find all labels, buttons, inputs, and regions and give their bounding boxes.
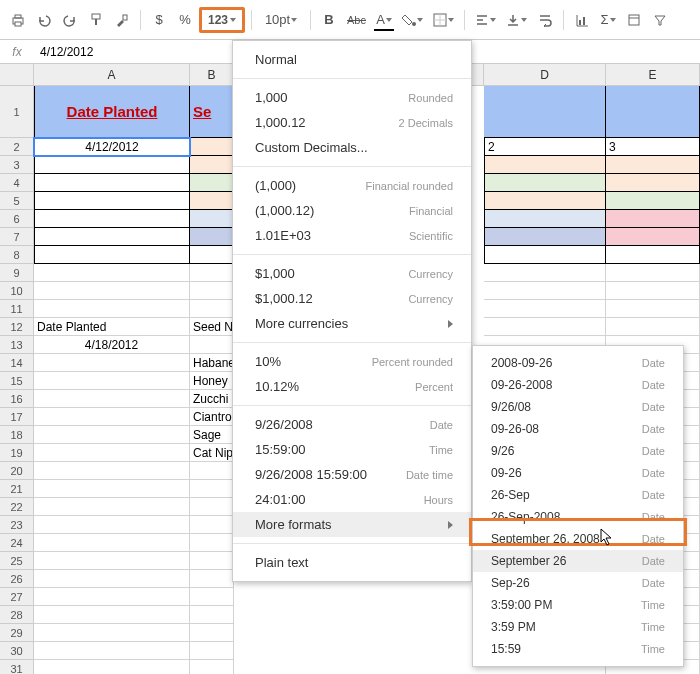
cell-e2[interactable]: 3 xyxy=(606,138,700,156)
submenu-item[interactable]: 9/26 Date xyxy=(473,440,683,462)
menu-item[interactable]: 10%Percent rounded xyxy=(233,349,471,374)
row-header[interactable]: 14 xyxy=(0,354,34,372)
row-header[interactable]: 15 xyxy=(0,372,34,390)
row-header[interactable]: 22 xyxy=(0,498,34,516)
cell[interactable] xyxy=(34,174,190,192)
submenu-item[interactable]: 09-26-2008 Date xyxy=(473,374,683,396)
font-size-select[interactable]: 10pt xyxy=(258,7,304,33)
submenu-item[interactable]: Sep-26 Date xyxy=(473,572,683,594)
cell[interactable] xyxy=(484,210,606,228)
row-header[interactable]: 18 xyxy=(0,426,34,444)
col-header-a[interactable]: A xyxy=(34,64,190,86)
cell-a13[interactable]: 4/18/2012 xyxy=(34,336,190,354)
row-header[interactable]: 28 xyxy=(0,606,34,624)
row-header[interactable]: 20 xyxy=(0,462,34,480)
cell[interactable] xyxy=(606,192,700,210)
row-header[interactable]: 21 xyxy=(0,480,34,498)
currency-button[interactable]: $ xyxy=(147,7,171,33)
cell[interactable] xyxy=(34,156,190,174)
cell[interactable] xyxy=(606,210,700,228)
cell-b1[interactable]: Se xyxy=(190,86,234,138)
submenu-item[interactable]: 09-26-08 Date xyxy=(473,418,683,440)
cell-seed[interactable]: Ciantro xyxy=(190,408,234,426)
row-header[interactable]: 9 xyxy=(0,264,34,282)
row-header[interactable]: 6 xyxy=(0,210,34,228)
row-header[interactable]: 12 xyxy=(0,318,34,336)
menu-item[interactable]: Normal xyxy=(233,47,471,72)
menu-item[interactable]: (1,000)Financial rounded xyxy=(233,173,471,198)
submenu-item[interactable]: 26-Sep Date xyxy=(473,484,683,506)
cell-b12[interactable]: Seed N xyxy=(190,318,234,336)
cell[interactable] xyxy=(34,210,190,228)
menu-item[interactable]: More formats xyxy=(233,512,471,537)
row-header[interactable]: 4 xyxy=(0,174,34,192)
menu-item[interactable]: 1,000Rounded xyxy=(233,85,471,110)
format-painter-icon[interactable] xyxy=(110,7,134,33)
cell-seed[interactable]: Sage xyxy=(190,426,234,444)
menu-item[interactable]: 9/26/2008Date xyxy=(233,412,471,437)
row-header[interactable]: 10 xyxy=(0,282,34,300)
print-icon[interactable] xyxy=(6,7,30,33)
row-header[interactable]: 24 xyxy=(0,534,34,552)
row-header[interactable]: 31 xyxy=(0,660,34,674)
cell[interactable] xyxy=(34,246,190,264)
wrap-text-button[interactable] xyxy=(533,7,557,33)
menu-item[interactable]: Custom Decimals... xyxy=(233,135,471,160)
cell[interactable] xyxy=(484,228,606,246)
select-all-corner[interactable] xyxy=(0,64,34,86)
redo-icon[interactable] xyxy=(58,7,82,33)
row-header[interactable]: 30 xyxy=(0,642,34,660)
row-header[interactable]: 25 xyxy=(0,552,34,570)
row-header[interactable]: 1 xyxy=(0,86,34,138)
cell[interactable] xyxy=(606,228,700,246)
submenu-item[interactable]: 3:59 PM Time xyxy=(473,616,683,638)
cell-seed[interactable]: Zucchi xyxy=(190,390,234,408)
cell[interactable] xyxy=(606,156,700,174)
row-header[interactable]: 7 xyxy=(0,228,34,246)
cell[interactable] xyxy=(606,174,700,192)
row-header[interactable]: 3 xyxy=(0,156,34,174)
cell[interactable] xyxy=(190,156,234,174)
cell[interactable] xyxy=(190,246,234,264)
cell[interactable] xyxy=(34,192,190,210)
col-header-d[interactable]: D xyxy=(484,64,606,86)
cell-d1[interactable] xyxy=(484,86,606,138)
submenu-item[interactable]: September 26 Date xyxy=(473,550,683,572)
row-header[interactable]: 16 xyxy=(0,390,34,408)
row-header[interactable]: 11 xyxy=(0,300,34,318)
cell-a2-active[interactable]: 4/12/2012 xyxy=(34,138,190,156)
submenu-item[interactable]: September 26, 2008 Date xyxy=(473,528,683,550)
filter-icon[interactable] xyxy=(648,7,672,33)
text-color-button[interactable]: A xyxy=(372,7,396,33)
menu-item[interactable]: 1.01E+03Scientific xyxy=(233,223,471,248)
strike-button[interactable]: Abc xyxy=(343,7,370,33)
menu-item[interactable]: 24:01:00Hours xyxy=(233,487,471,512)
filter-views-icon[interactable] xyxy=(622,7,646,33)
submenu-item[interactable]: 9/26/08 Date xyxy=(473,396,683,418)
submenu-item[interactable]: 2008-09-26 Date xyxy=(473,352,683,374)
cell-a1[interactable]: Date Planted xyxy=(34,86,190,138)
cell[interactable] xyxy=(484,156,606,174)
cell[interactable] xyxy=(484,192,606,210)
cell-seed[interactable]: Cat Nip xyxy=(190,444,234,462)
v-align-button[interactable] xyxy=(502,7,531,33)
submenu-item[interactable]: 15:59 Time xyxy=(473,638,683,660)
menu-item[interactable]: 1,000.122 Decimals xyxy=(233,110,471,135)
row-header[interactable]: 19 xyxy=(0,444,34,462)
menu-item[interactable]: $1,000.12Currency xyxy=(233,286,471,311)
submenu-item[interactable]: 09-26 Date xyxy=(473,462,683,484)
cell-e1[interactable] xyxy=(606,86,700,138)
insert-chart-icon[interactable] xyxy=(570,7,594,33)
menu-item[interactable]: Plain text xyxy=(233,550,471,575)
cell-b2[interactable] xyxy=(190,138,234,156)
row-header[interactable]: 29 xyxy=(0,624,34,642)
row-header[interactable]: 26 xyxy=(0,570,34,588)
submenu-item[interactable]: 26-Sep-2008 Date xyxy=(473,506,683,528)
menu-item[interactable]: 9/26/2008 15:59:00Date time xyxy=(233,462,471,487)
col-header-e[interactable]: E xyxy=(606,64,700,86)
functions-button[interactable]: Σ xyxy=(596,7,620,33)
cell-seed[interactable]: Honey xyxy=(190,372,234,390)
h-align-button[interactable] xyxy=(471,7,500,33)
cell-d2[interactable]: 2 xyxy=(484,138,606,156)
col-header-b[interactable]: B xyxy=(190,64,234,86)
